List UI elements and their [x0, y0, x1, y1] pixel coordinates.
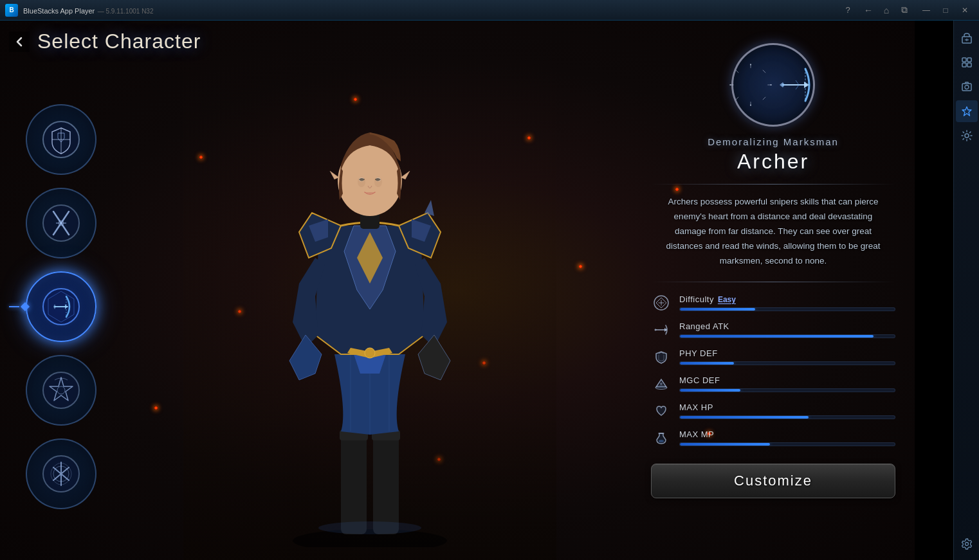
game-area: Select Character [0, 21, 915, 560]
maximize-button[interactable]: □ [937, 1, 955, 19]
app-version-num: 5.9.11.1001 N32 [106, 8, 154, 15]
max-hp-info: MAX HP [679, 402, 895, 419]
difficulty-icon [651, 293, 672, 313]
titlebar-left: B BlueStacks App Player — 5.9.11.1001 N3… [5, 4, 153, 17]
active-line [9, 306, 19, 307]
svg-rect-53 [967, 58, 971, 62]
svg-point-39 [770, 84, 771, 86]
class-icon-container [651, 40, 895, 130]
back-button[interactable] [9, 32, 30, 52]
max-mp-label: MAX MP [679, 429, 714, 439]
mgc-def-icon [651, 374, 672, 394]
svg-rect-55 [967, 63, 971, 67]
stat-row-phy-def: PHY DEF [651, 347, 895, 367]
ranged-atk-bar-bg [679, 334, 895, 338]
svg-rect-16 [341, 431, 367, 534]
difficulty-label: Difficulty [679, 294, 714, 304]
svg-line-35 [763, 97, 765, 100]
svg-line-34 [736, 97, 738, 100]
page-header: Select Character [9, 30, 201, 53]
app-version: — [98, 8, 106, 15]
max-mp-label-row: MAX MP [679, 429, 895, 439]
difficulty-info: Difficulty Easy [679, 294, 895, 311]
max-hp-icon [651, 401, 672, 421]
difficulty-label-row: Difficulty Easy [679, 294, 895, 304]
svg-rect-56 [962, 84, 971, 91]
svg-point-24 [359, 177, 364, 181]
toolbar-settings-bottom-button[interactable] [956, 533, 978, 555]
toolbar-screenshot-button[interactable] [956, 76, 978, 98]
archer-icon [42, 287, 80, 326]
svg-line-33 [763, 70, 765, 73]
titlebar: B BlueStacks App Player — 5.9.11.1001 N3… [0, 0, 979, 21]
ranged-atk-info: Ranged ATK [679, 321, 895, 338]
svg-rect-52 [962, 58, 966, 62]
svg-point-57 [965, 86, 969, 89]
phy-def-icon [651, 347, 672, 367]
divider-top [651, 184, 895, 185]
character-slot-swordsman[interactable] [26, 188, 96, 258]
divider-bottom [651, 282, 895, 282]
class-subtitle: Demoralizing Marksman [651, 136, 895, 147]
home-nav-button[interactable]: ⌂ [879, 3, 894, 18]
rogue-icon [42, 455, 80, 493]
stat-row-max-mp: MAX MP [651, 428, 895, 448]
phy-def-info: PHY DEF [679, 348, 895, 365]
toolbar-rpg-button[interactable] [956, 100, 978, 122]
help-button[interactable]: ? [840, 3, 855, 18]
stat-row-ranged-atk: Ranged ATK [651, 320, 895, 340]
max-hp-label-row: MAX HP [679, 402, 895, 412]
mgc-def-label: MGC DEF [679, 375, 720, 385]
ranged-atk-bar-fill [680, 335, 874, 338]
difficulty-badge: Easy [718, 295, 736, 304]
phy-def-label-row: PHY DEF [679, 348, 895, 358]
toolbar-store-button[interactable] [956, 27, 978, 49]
tabs-nav-button[interactable]: ⧉ [897, 3, 912, 18]
max-mp-bar-fill [680, 443, 770, 446]
svg-point-26 [365, 348, 375, 358]
mage-icon [42, 371, 80, 410]
mgc-def-bar-fill [680, 389, 740, 392]
window-controls: — □ ✕ [917, 1, 974, 19]
page-title: Select Character [37, 30, 201, 53]
svg-point-27 [318, 521, 421, 534]
back-nav-button[interactable]: ← [861, 3, 876, 18]
close-button[interactable]: ✕ [956, 1, 974, 19]
class-description: Archers possess powerful snipers skills … [651, 195, 895, 269]
app-logo: B [5, 4, 18, 17]
svg-point-59 [965, 543, 968, 546]
svg-point-25 [376, 177, 381, 181]
character-slot-mage[interactable] [26, 355, 96, 426]
warrior-icon [42, 120, 80, 159]
character-sidebar [26, 104, 96, 509]
difficulty-bar-bg [679, 307, 895, 311]
ranged-atk-label-row: Ranged ATK [679, 321, 895, 331]
character-display [129, 21, 611, 560]
phy-def-bar-fill [680, 362, 734, 365]
svg-point-45 [655, 386, 667, 389]
stat-row-max-hp: MAX HP [651, 401, 895, 421]
class-icon-spokes-svg [728, 62, 773, 107]
svg-rect-17 [373, 431, 399, 534]
active-indicator [9, 303, 28, 310]
character-slot-warrior[interactable] [26, 104, 96, 175]
max-mp-info: MAX MP [679, 429, 895, 446]
svg-point-58 [965, 134, 969, 138]
mgc-def-label-row: MGC DEF [679, 375, 895, 385]
titlebar-help: ? [840, 3, 855, 18]
archer-class-svg [773, 62, 818, 107]
max-mp-icon [651, 428, 672, 448]
customize-button[interactable]: Customize [651, 464, 895, 498]
phy-def-bar-bg [679, 361, 895, 365]
character-slot-archer[interactable] [26, 271, 96, 342]
toolbar-settings-button[interactable] [956, 125, 978, 147]
class-name: Archer [651, 150, 895, 174]
character-svg [241, 65, 499, 547]
ranged-atk-label: Ranged ATK [679, 321, 729, 331]
character-figure [183, 46, 556, 560]
character-slot-rogue[interactable] [26, 438, 96, 509]
toolbar-apps-button[interactable] [956, 51, 978, 73]
minimize-button[interactable]: — [917, 1, 935, 19]
swordsman-icon [42, 204, 80, 242]
max-mp-bar-bg [679, 442, 895, 446]
